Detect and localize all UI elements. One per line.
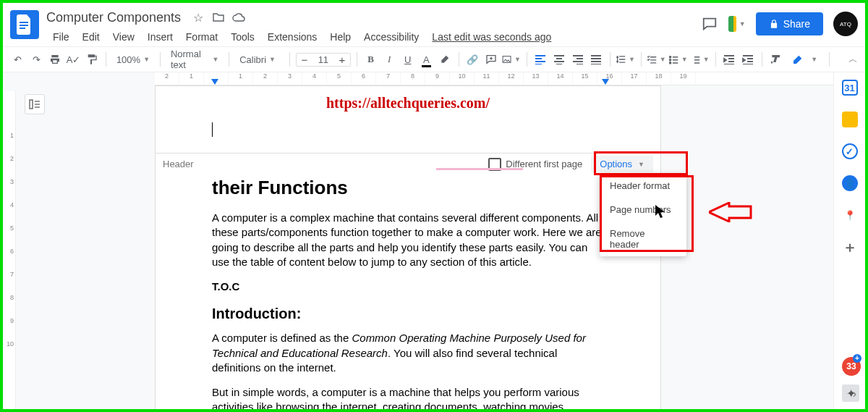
menu-item-header-format[interactable]: Header format bbox=[600, 174, 686, 198]
document-outline-icon[interactable] bbox=[25, 94, 45, 114]
paragraph-style-dropdown[interactable]: Normal text▼ bbox=[166, 50, 223, 69]
share-label: Share bbox=[783, 18, 810, 30]
notification-badge[interactable]: 33 bbox=[842, 357, 861, 376]
svg-rect-2 bbox=[20, 28, 25, 29]
svg-rect-7 bbox=[30, 100, 33, 109]
document-page[interactable]: https://alltechqueries.com/ Header Diffe… bbox=[155, 85, 661, 409]
menu-tools[interactable]: Tools bbox=[224, 29, 261, 45]
menu-edit[interactable]: Edit bbox=[76, 29, 106, 45]
font-size-minus[interactable]: − bbox=[297, 54, 312, 66]
keep-icon[interactable] bbox=[842, 112, 858, 127]
redo-icon[interactable]: ↷ bbox=[29, 50, 45, 69]
paragraph: A computer is defined as the Common Oper… bbox=[212, 331, 604, 375]
svg-point-4 bbox=[669, 56, 671, 58]
undo-icon[interactable]: ↶ bbox=[10, 50, 26, 69]
last-edit-link[interactable]: Last edit was seconds ago bbox=[425, 29, 558, 45]
font-size-plus[interactable]: + bbox=[334, 54, 350, 66]
header-options-button[interactable]: Options▼ bbox=[591, 156, 653, 172]
svg-point-5 bbox=[669, 59, 671, 61]
account-avatar[interactable]: ATQ bbox=[833, 12, 858, 36]
menu-extensions[interactable]: Extensions bbox=[261, 29, 323, 45]
align-justify-icon[interactable] bbox=[588, 50, 604, 69]
underline-button[interactable]: U bbox=[400, 50, 416, 69]
menu-view[interactable]: View bbox=[106, 29, 141, 45]
meet-icon[interactable]: ▼ bbox=[728, 15, 746, 33]
text-cursor bbox=[212, 122, 213, 137]
menu-item-page-numbers[interactable]: Page numbers bbox=[600, 198, 686, 222]
vertical-ruler: 12345678910 bbox=[4, 91, 16, 409]
title-bar: Computer Components ☆ File Edit View Ins… bbox=[3, 3, 865, 46]
menu-insert[interactable]: Insert bbox=[141, 29, 179, 45]
header-options-menu: Header format Page numbers Remove header bbox=[600, 174, 686, 256]
numbered-list-icon[interactable]: ▼ bbox=[691, 50, 710, 69]
left-margin-marker-icon[interactable] bbox=[211, 79, 218, 85]
checklist-icon[interactable]: ▼ bbox=[647, 50, 666, 69]
add-on-plus-icon[interactable]: ＋ bbox=[842, 239, 858, 255]
heading2: Introduction: bbox=[212, 304, 604, 324]
insert-link-icon[interactable]: 🔗 bbox=[465, 50, 481, 69]
indent-increase-icon[interactable] bbox=[740, 50, 756, 69]
line-spacing-icon[interactable]: ▼ bbox=[616, 50, 635, 69]
align-right-icon[interactable] bbox=[570, 50, 586, 69]
cloud-status-icon[interactable] bbox=[232, 11, 245, 24]
editing-mode-dropdown[interactable]: ▼ bbox=[786, 54, 823, 65]
font-family-dropdown[interactable]: Calibri▼ bbox=[235, 50, 284, 69]
align-left-icon[interactable] bbox=[533, 50, 549, 69]
horizontal-ruler[interactable]: 2112345678910111213141516171819 bbox=[155, 72, 833, 85]
menu-file[interactable]: File bbox=[46, 29, 76, 45]
insert-image-icon[interactable]: ▼ bbox=[502, 50, 521, 69]
header-label: Header bbox=[163, 159, 194, 169]
indent-decrease-icon[interactable] bbox=[722, 50, 738, 69]
menu-item-remove-header[interactable]: Remove header bbox=[600, 222, 686, 256]
print-icon[interactable] bbox=[47, 50, 63, 69]
comments-icon[interactable] bbox=[701, 15, 718, 33]
menu-accessibility[interactable]: Accessibility bbox=[357, 29, 425, 45]
insert-comment-icon[interactable] bbox=[483, 50, 499, 69]
calendar-icon[interactable]: 31 bbox=[842, 80, 858, 96]
svg-rect-0 bbox=[20, 22, 28, 23]
paragraph: But in simple words, a computer is a mac… bbox=[212, 385, 604, 409]
font-size-value[interactable]: 11 bbox=[312, 54, 334, 65]
collapse-toolbar-icon[interactable]: ︿ bbox=[848, 53, 858, 66]
font-size-control: − 11 + bbox=[296, 53, 351, 67]
paint-format-icon[interactable] bbox=[84, 50, 100, 69]
highlight-color-button[interactable] bbox=[437, 50, 453, 69]
svg-point-6 bbox=[669, 62, 671, 64]
tasks-icon[interactable]: ✓ bbox=[842, 143, 858, 159]
side-panel-rail: 31 ✓ 👤 📍 ＋ 33 ✦ › bbox=[833, 72, 865, 409]
formatting-toolbar: ↶ ↷ A✓ 100%▼ Normal text▼ Calibri▼ − 11 … bbox=[3, 46, 865, 72]
text-color-button[interactable]: A bbox=[419, 50, 435, 69]
doc-title[interactable]: Computer Components bbox=[46, 10, 188, 25]
menu-help[interactable]: Help bbox=[323, 29, 357, 45]
menu-bar: File Edit View Insert Format Tools Exten… bbox=[46, 29, 701, 45]
right-margin-marker-icon[interactable] bbox=[602, 79, 609, 85]
document-body[interactable]: their Functions A computer is a complex … bbox=[212, 175, 604, 409]
toc-label: T.O.C bbox=[212, 279, 604, 294]
header-editing-bar: Header Different first page Options▼ bbox=[156, 153, 660, 175]
share-button[interactable]: Share bbox=[756, 12, 823, 35]
bold-button[interactable]: B bbox=[363, 50, 379, 69]
clear-formatting-icon[interactable] bbox=[768, 50, 784, 69]
annotation-arrow-icon bbox=[709, 202, 752, 222]
svg-rect-1 bbox=[20, 25, 28, 26]
bulleted-list-icon[interactable]: ▼ bbox=[669, 50, 688, 69]
star-icon[interactable]: ☆ bbox=[192, 11, 205, 24]
italic-button[interactable]: I bbox=[381, 50, 397, 69]
menu-format[interactable]: Format bbox=[179, 29, 224, 45]
move-folder-icon[interactable] bbox=[212, 11, 225, 24]
maps-icon[interactable]: 📍 bbox=[842, 207, 858, 223]
heading1: their Functions bbox=[212, 175, 604, 201]
docs-logo-icon[interactable] bbox=[10, 10, 39, 39]
contacts-icon[interactable]: 👤 bbox=[842, 175, 858, 191]
explore-button-icon[interactable]: ✦ bbox=[842, 384, 859, 402]
paragraph: A computer is a complex machine that con… bbox=[212, 211, 604, 269]
workspace: 12345678910 2112345678910111213141516171… bbox=[3, 72, 833, 409]
align-center-icon[interactable] bbox=[551, 50, 567, 69]
spellcheck-icon[interactable]: A✓ bbox=[66, 50, 82, 69]
hide-side-panel-icon[interactable]: › bbox=[853, 387, 856, 400]
zoom-dropdown[interactable]: 100%▼ bbox=[112, 50, 154, 69]
watermark-text: https://alltechqueries.com/ bbox=[156, 86, 660, 112]
